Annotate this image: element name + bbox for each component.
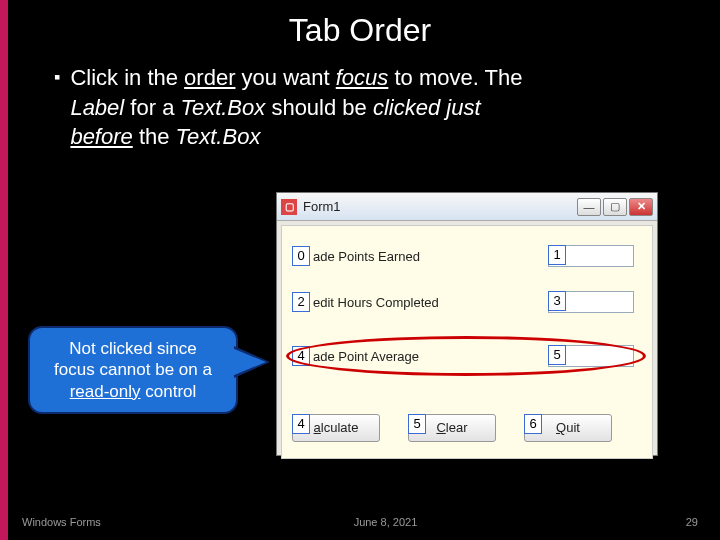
clear-button[interactable]: 5 Clear [408, 414, 496, 442]
bullet-text: ▪ Click in the order you want focus to m… [0, 55, 720, 152]
close-button[interactable]: ✕ [629, 198, 653, 216]
footer-date: June 8, 2021 [354, 516, 418, 528]
tab-index-badge: 5 [408, 414, 426, 434]
form-row: 4 ade Point Average 5 [292, 346, 642, 366]
maximize-button[interactable]: ▢ [603, 198, 627, 216]
footer-left: Windows Forms [22, 516, 101, 528]
callout-bubble: Not clicked since focus cannot be on a r… [28, 326, 238, 414]
slide-number: 29 [686, 516, 698, 528]
quit-button[interactable]: 6 Quit [524, 414, 612, 442]
form-window: ▢ Form1 — ▢ ✕ 0 ade Points Earned 1 2 ed… [276, 192, 658, 456]
textbox[interactable]: 1 [548, 245, 634, 267]
titlebar: ▢ Form1 — ▢ ✕ [277, 193, 657, 221]
form-icon: ▢ [281, 199, 297, 215]
tab-index-badge: 1 [548, 245, 566, 265]
tab-index-badge: 2 [292, 292, 310, 312]
form-title: Form1 [303, 199, 577, 214]
tab-index-badge: 6 [524, 414, 542, 434]
bullet-marker: ▪ [54, 63, 60, 152]
tab-index-badge: 0 [292, 246, 310, 266]
tab-index-badge: 3 [548, 291, 566, 311]
button-row: 4 alculate 5 Clear 6 Quit [292, 414, 612, 442]
textbox[interactable]: 3 [548, 291, 634, 313]
form-body: 0 ade Points Earned 1 2 edit Hours Compl… [281, 225, 653, 459]
form-row: 0 ade Points Earned 1 [292, 246, 642, 266]
slide-title: Tab Order [0, 0, 720, 55]
tab-index-badge: 4 [292, 414, 310, 434]
minimize-button[interactable]: — [577, 198, 601, 216]
accent-bar [0, 0, 8, 540]
tab-index-badge: 4 [292, 346, 310, 366]
textbox-readonly: 5 [548, 345, 634, 367]
calculate-button[interactable]: 4 alculate [292, 414, 380, 442]
callout-arrow-icon [232, 348, 266, 376]
form-row: 2 edit Hours Completed 3 [292, 292, 642, 312]
tab-index-badge: 5 [548, 345, 566, 365]
